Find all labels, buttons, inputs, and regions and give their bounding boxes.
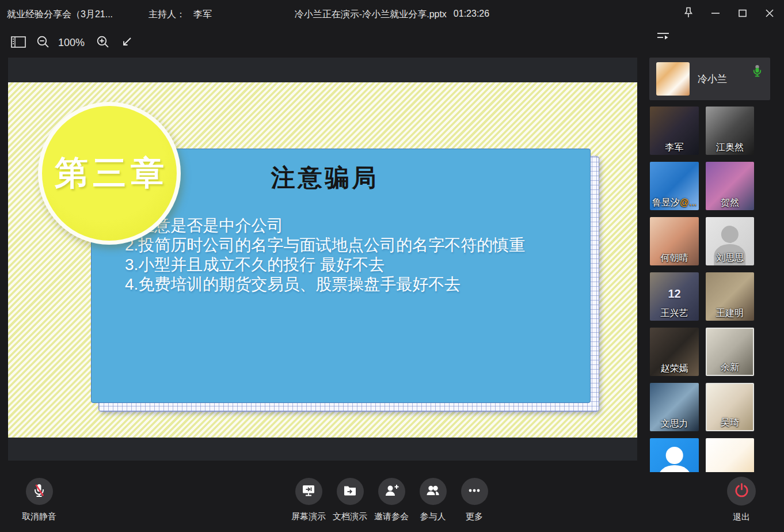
close-button[interactable] (756, 0, 783, 28)
participant-name: 鲁昱汐@... (650, 197, 699, 209)
meeting-timer: 01:23:26 (454, 9, 489, 21)
participant-name: 赵荣嫣 (650, 363, 699, 375)
zoom-in-button[interactable] (91, 28, 114, 58)
unmute-label: 取消静音 (13, 511, 66, 522)
host-label: 主持人： (149, 9, 185, 21)
power-icon (734, 482, 749, 500)
presentation-viewport: 第三章 注意骗局 1.注意是否是中介公司2.投简历时公司的名字与面试地点公司的名… (8, 58, 637, 461)
slide-bullet: 3.小型并且成立不久的投行 最好不去 (125, 255, 579, 275)
participant-tile[interactable]: 文思力 (650, 383, 699, 431)
featured-participant-tile[interactable]: 冷小兰 (649, 58, 770, 100)
zoom-out-button[interactable] (31, 28, 54, 58)
collapse-panel-button[interactable] (654, 29, 672, 46)
mic-muted-icon (31, 482, 47, 500)
meeting-title: 就业经验分享会（3月21... (7, 9, 113, 21)
participant-name: 何朝晴 (650, 252, 699, 264)
host-info: 主持人： 李军 (149, 9, 212, 21)
exit-action: 退出 (717, 477, 766, 523)
jersey-number: 12 (668, 287, 680, 300)
zoom-level: 100% (55, 37, 87, 49)
action-label: 邀请参会 (371, 511, 412, 522)
邀请参会-button[interactable] (378, 478, 405, 505)
slide-bullet: 2.投简历时公司的名字与面试地点公司的名字不符的慎重 (125, 235, 579, 255)
participant-tile[interactable] (650, 438, 699, 472)
participant-name: 余新 (707, 362, 753, 374)
action-label: 参与人 (412, 511, 454, 522)
participant-name: 文思力 (650, 418, 699, 430)
participant-name: 吴琦 (707, 417, 753, 429)
action-邀请参会: 邀请参会 (371, 477, 412, 522)
participant-name: 李军 (650, 142, 699, 154)
view-toolbar: 100% (0, 28, 645, 58)
participant-tile[interactable]: 刘思思 (706, 217, 754, 265)
chapter-badge-text: 第三章 (50, 151, 169, 196)
participant-tile[interactable]: 江奥然 (706, 107, 754, 155)
action-文档演示: 文档演示 (329, 477, 371, 522)
fit-screen-icon (120, 36, 133, 50)
participant-name: 王兴艺 (650, 307, 699, 320)
participants-icon (425, 483, 440, 500)
participant-tile[interactable]: 何朝晴 (650, 217, 699, 265)
action-屏幕演示: 屏幕演示 (288, 477, 329, 522)
participant-avatar (706, 438, 754, 472)
mic-active-icon (752, 64, 762, 80)
participant-name: 贺然 (706, 197, 754, 209)
doc-share-icon (342, 483, 357, 500)
participant-name: 刘思思 (706, 252, 754, 264)
slide-bullet: 4.免费培训的期货交易员、股票操盘手最好不去 (125, 275, 579, 294)
participant-name: 王建明 (706, 307, 754, 320)
title-bar: 就业经验分享会（3月21... 主持人： 李军 冷小兰正在演示-冷小兰就业分享.… (0, 0, 784, 28)
host-name: 李军 (193, 9, 212, 21)
featured-participant-avatar (656, 62, 690, 96)
layout-panel-icon (11, 36, 26, 50)
zoom-in-icon (96, 35, 110, 51)
presenting-title: 冷小兰正在演示-冷小兰就业分享.pptx 01:23:26 (295, 9, 489, 21)
participant-tile[interactable]: 贺然 (706, 162, 754, 210)
participants-grid: 李军江奥然鲁昱汐@...贺然何朝晴刘思思12王兴艺王建明赵荣嫣余新文思力吴琦 (650, 107, 754, 472)
participant-tile[interactable]: 李军 (650, 107, 699, 155)
close-icon (764, 7, 775, 21)
slide: 第三章 注意骗局 1.注意是否是中介公司2.投简历时公司的名字与面试地点公司的名… (8, 82, 637, 438)
unmute-action: 取消静音 (13, 477, 66, 522)
exit-label: 退出 (717, 512, 766, 523)
slide-bullet: 1.注意是否是中介公司 (125, 216, 579, 235)
featured-participant-name: 冷小兰 (698, 73, 727, 86)
participant-tile[interactable] (706, 438, 754, 472)
collapse-panel-icon (656, 31, 670, 44)
screen-share-icon (301, 483, 316, 500)
participant-name: 江奥然 (706, 142, 754, 154)
参与人-button[interactable] (420, 478, 447, 505)
participant-avatar (650, 438, 699, 472)
action-更多: 更多 (454, 477, 495, 522)
更多-button[interactable] (461, 478, 488, 505)
window-controls (675, 0, 783, 28)
action-label: 屏幕演示 (288, 511, 329, 522)
participant-tile[interactable]: 12王兴艺 (650, 272, 699, 321)
meeting-actions: 屏幕演示文档演示邀请参会参与人更多 (288, 477, 495, 522)
pin-icon (682, 6, 695, 22)
文档演示-button[interactable] (337, 478, 364, 505)
minimize-button[interactable] (702, 0, 729, 28)
chapter-badge: 第三章 (38, 102, 181, 245)
layout-panel-button[interactable] (7, 28, 30, 58)
zoom-out-icon (36, 35, 50, 51)
invite-icon (384, 483, 399, 500)
participant-tile[interactable]: 余新 (706, 328, 754, 376)
unmute-button[interactable] (26, 478, 53, 505)
participant-tile[interactable]: 王建明 (706, 272, 754, 321)
maximize-button[interactable] (729, 0, 756, 28)
participant-tile[interactable]: 鲁昱汐@... (650, 162, 699, 210)
pin-button[interactable] (675, 0, 702, 28)
participant-tile[interactable]: 吴琦 (706, 383, 754, 431)
exit-button[interactable] (727, 477, 756, 506)
more-icon (467, 483, 482, 500)
participant-tile[interactable]: 赵荣嫣 (650, 328, 699, 376)
slide-bullet-list: 1.注意是否是中介公司2.投简历时公司的名字与面试地点公司的名字不符的慎重3.小… (125, 216, 579, 294)
participant-name-suffix: @... (680, 197, 697, 207)
maximize-icon (737, 7, 748, 21)
fit-screen-button[interactable] (115, 28, 138, 58)
minimize-icon (710, 7, 721, 21)
action-label: 更多 (454, 511, 495, 522)
action-label: 文档演示 (329, 511, 371, 522)
屏幕演示-button[interactable] (295, 478, 322, 505)
